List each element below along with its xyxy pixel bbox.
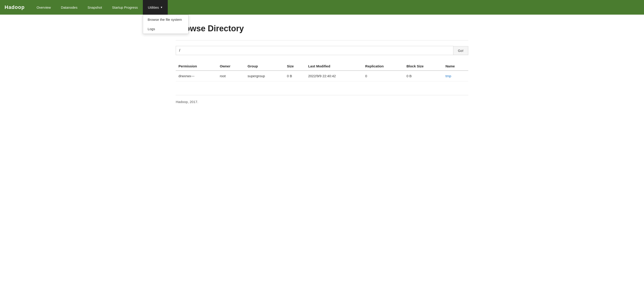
table-header-row: Permission Owner Group Size Last Modifie… — [176, 62, 468, 70]
cell-replication: 0 — [362, 70, 404, 81]
table-row: drwxrwx--- root supergroup 0 B 2022/9/9 … — [176, 70, 468, 81]
divider — [176, 40, 468, 40]
col-permission: Permission — [176, 62, 217, 70]
nav-item-utilities[interactable]: Utilities ▼ — [143, 0, 168, 14]
col-last-modified: Last Modified — [305, 62, 362, 70]
file-table: Permission Owner Group Size Last Modifie… — [176, 62, 468, 81]
path-bar: Go! — [176, 46, 468, 55]
col-size: Size — [284, 62, 305, 70]
nav-item-datanodes[interactable]: Datanodes — [56, 0, 82, 14]
main-content: Browse Directory Go! Permission Owner Gr… — [162, 14, 482, 113]
col-name: Name — [443, 62, 468, 70]
nav-item-snapshot[interactable]: Snapshot — [82, 0, 107, 14]
cell-block-size: 0 B — [404, 70, 443, 81]
brand: Hadoop — [4, 4, 25, 10]
cell-last-modified: 2022/9/9 22:40:42 — [305, 70, 362, 81]
path-input[interactable] — [176, 46, 454, 55]
nav-item-startup-progress[interactable]: Startup Progress — [107, 0, 143, 14]
cell-owner: root — [217, 70, 245, 81]
navbar: Hadoop Overview Datanodes Snapshot Start… — [0, 0, 644, 14]
col-replication: Replication — [362, 62, 404, 70]
col-block-size: Block Size — [404, 62, 443, 70]
nav-item-overview[interactable]: Overview — [32, 0, 56, 14]
col-group: Group — [245, 62, 284, 70]
cell-size: 0 B — [284, 70, 305, 81]
nav-links: Overview Datanodes Snapshot Startup Prog… — [32, 0, 168, 14]
cell-permission: drwxrwx--- — [176, 70, 217, 81]
utilities-dropdown-menu: Browse the file system Logs — [143, 14, 188, 34]
cell-group: supergroup — [245, 70, 284, 81]
cell-name: tmp — [443, 70, 468, 81]
file-table-body: drwxrwx--- root supergroup 0 B 2022/9/9 … — [176, 70, 468, 81]
dropdown-item-browse[interactable]: Browse the file system — [143, 15, 188, 24]
chevron-down-icon: ▼ — [160, 6, 163, 9]
utilities-dropdown-container: Utilities ▼ Browse the file system Logs — [143, 0, 168, 14]
dropdown-item-logs[interactable]: Logs — [143, 24, 188, 34]
footer: Hadoop, 2017. — [176, 95, 468, 104]
file-link[interactable]: tmp — [446, 74, 451, 78]
page-title: Browse Directory — [176, 24, 468, 33]
col-owner: Owner — [217, 62, 245, 70]
go-button[interactable]: Go! — [454, 46, 468, 55]
footer-text: Hadoop, 2017. — [176, 100, 198, 104]
